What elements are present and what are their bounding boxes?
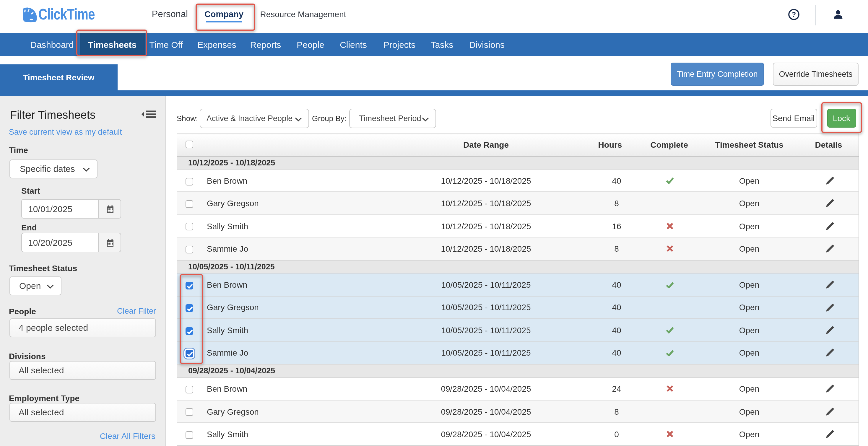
- svg-text:?: ?: [792, 11, 796, 18]
